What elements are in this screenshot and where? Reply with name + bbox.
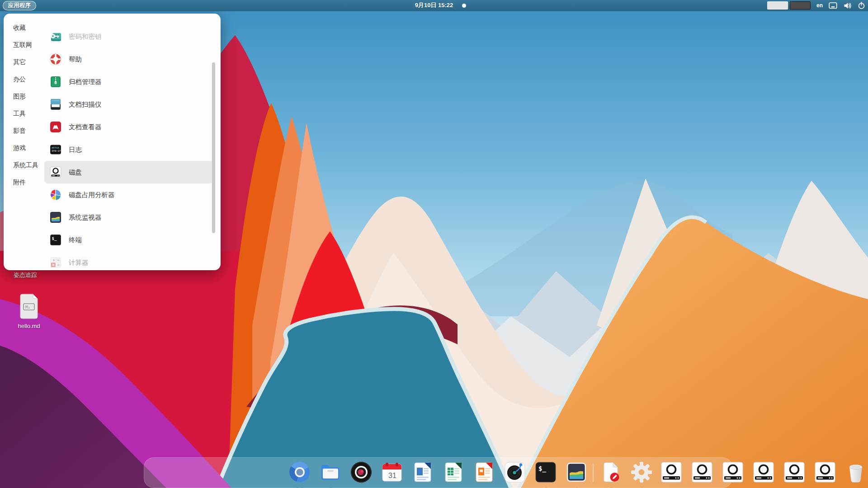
- markdown-file-icon: M↓: [17, 294, 41, 319]
- menu-item-system-monitor[interactable]: 系统监视器: [44, 206, 214, 229]
- menu-item-passwords-and-keys[interactable]: 密码和密钥: [44, 25, 214, 48]
- menu-item-calculator[interactable]: 计算器: [44, 251, 214, 270]
- category-accessories[interactable]: 附件: [4, 174, 44, 191]
- menu-scrollbar[interactable]: [212, 62, 215, 233]
- rhythmbox-icon: [504, 461, 526, 483]
- clock[interactable]: 9月10日 15:22: [415, 0, 453, 11]
- menu-item-help[interactable]: 帮助: [44, 48, 214, 70]
- disk-icon: [783, 461, 806, 483]
- category-tools[interactable]: 工具: [4, 105, 44, 122]
- desktop-icon-label: hello.md: [11, 323, 47, 329]
- svg-text:$_: $_: [52, 236, 57, 241]
- lo-calc-icon: [442, 461, 465, 483]
- category-multimedia[interactable]: 影音: [4, 122, 44, 139]
- media-player-icon: [350, 461, 373, 483]
- terminal-icon: $_: [49, 233, 62, 247]
- menu-item-label: 文档查看器: [69, 123, 102, 131]
- disk-icon: [752, 461, 775, 483]
- dock: 31 $_: [144, 457, 732, 488]
- dock-lo-writer[interactable]: [411, 461, 434, 483]
- power-icon[interactable]: [858, 2, 865, 9]
- disk-icon: [722, 461, 744, 483]
- category-office[interactable]: 办公: [4, 70, 44, 88]
- svg-text:31: 31: [388, 472, 396, 479]
- desktop-icon-hello-md[interactable]: M↓ hello.md: [11, 294, 47, 329]
- menu-item-disks[interactable]: 磁盘: [44, 161, 214, 183]
- dock-chromium[interactable]: [288, 461, 311, 483]
- dock-terminal[interactable]: $_: [534, 461, 557, 483]
- document-viewer-icon: [49, 120, 62, 134]
- chromium-icon: [288, 461, 311, 483]
- category-favorites[interactable]: 收藏: [4, 19, 44, 36]
- display-icon[interactable]: [829, 2, 837, 9]
- dock-disk-2[interactable]: [691, 461, 713, 483]
- category-other[interactable]: 其它: [4, 53, 44, 70]
- text-editor-icon: [599, 461, 622, 483]
- status-dot-icon: [462, 4, 466, 8]
- menu-item-label: 终端: [69, 236, 82, 244]
- dock-text-editor[interactable]: [599, 461, 622, 483]
- svg-text:M↓: M↓: [25, 305, 30, 310]
- menu-item-label: 帮助: [69, 55, 82, 64]
- menu-item-disk-usage-analyzer[interactable]: 磁盘占用分析器: [44, 183, 214, 206]
- dock-media-player[interactable]: [350, 461, 373, 483]
- workspace-switcher: [767, 1, 811, 9]
- applications-menu-popup: 收藏 互联网 其它 办公 图形 工具 影音 游戏 系统工具 附件 密码和密钥 帮…: [4, 14, 221, 270]
- menu-item-label: 计算器: [69, 258, 89, 267]
- dock-rhythmbox[interactable]: [504, 461, 526, 483]
- menu-item-label: 归档管理器: [69, 78, 102, 86]
- category-system-tools[interactable]: 系统工具: [4, 156, 44, 174]
- terminal-icon: $_: [534, 461, 557, 483]
- menu-item-label: 日志: [69, 145, 82, 154]
- dock-trash[interactable]: [844, 461, 867, 483]
- dock-disk-1[interactable]: [660, 461, 683, 483]
- menu-item-label: 系统监视器: [69, 213, 102, 222]
- dock-files[interactable]: [319, 461, 342, 483]
- disk-icon: [691, 461, 713, 483]
- dock-disk-3[interactable]: [722, 461, 744, 483]
- disk-icon: [814, 461, 836, 483]
- help-icon: [49, 52, 62, 66]
- category-internet[interactable]: 互联网: [4, 36, 44, 53]
- menu-item-label: 磁盘: [69, 168, 82, 177]
- workspace-thumbnail-2[interactable]: [790, 1, 811, 9]
- system-monitor-icon: [565, 461, 588, 483]
- applications-menu-button[interactable]: 应用程序: [3, 1, 36, 10]
- category-games[interactable]: 游戏: [4, 139, 44, 156]
- trash-icon: [844, 461, 867, 483]
- menu-item-terminal[interactable]: $_ 终端: [44, 229, 214, 251]
- disk-usage-analyzer-icon: [49, 188, 62, 202]
- menu-category-list: 收藏 互联网 其它 办公 图形 工具 影音 游戏 系统工具 附件: [4, 19, 44, 191]
- disk-icon: [660, 461, 683, 483]
- desktop-icon-label-pose-tracking[interactable]: 姿态追踪: [14, 271, 37, 279]
- disks-icon: [49, 165, 62, 179]
- dock-lo-impress[interactable]: [473, 461, 495, 483]
- menu-item-label: 密码和密钥: [69, 33, 102, 41]
- lo-impress-icon: [473, 461, 495, 483]
- dock-system-monitor[interactable]: [565, 461, 588, 483]
- menu-item-logs[interactable]: ARTUA3Y8:17 日志: [44, 138, 214, 161]
- dock-separator: [593, 464, 594, 482]
- system-monitor-icon: [49, 211, 62, 224]
- dock-disk-5[interactable]: [783, 461, 806, 483]
- dock-disk-4[interactable]: [752, 461, 775, 483]
- calculator-icon: [49, 256, 62, 269]
- gear-icon: [630, 461, 653, 483]
- calendar-icon: 31: [381, 461, 403, 483]
- document-scanner-icon: [49, 98, 62, 111]
- menu-app-list: 密码和密钥 帮助 归档管理器 文档扫描仪 文档查看器 ARTUA3Y8:17 日…: [44, 25, 214, 270]
- files-icon: [319, 461, 342, 483]
- menu-item-document-scanner[interactable]: 文档扫描仪: [44, 93, 214, 116]
- passwords-and-keys-icon: [49, 30, 62, 43]
- dock-lo-calc[interactable]: [442, 461, 465, 483]
- menu-item-document-viewer[interactable]: 文档查看器: [44, 116, 214, 138]
- workspace-thumbnail-active[interactable]: [767, 1, 788, 9]
- menu-item-archive-manager[interactable]: 归档管理器: [44, 70, 214, 93]
- category-graphics[interactable]: 图形: [4, 88, 44, 105]
- volume-icon[interactable]: [843, 2, 852, 9]
- dock-settings[interactable]: [630, 461, 653, 483]
- svg-text:$_: $_: [538, 465, 546, 473]
- dock-calendar[interactable]: 31: [381, 461, 403, 483]
- keyboard-layout-indicator[interactable]: en: [816, 2, 823, 9]
- dock-disk-6[interactable]: [814, 461, 836, 483]
